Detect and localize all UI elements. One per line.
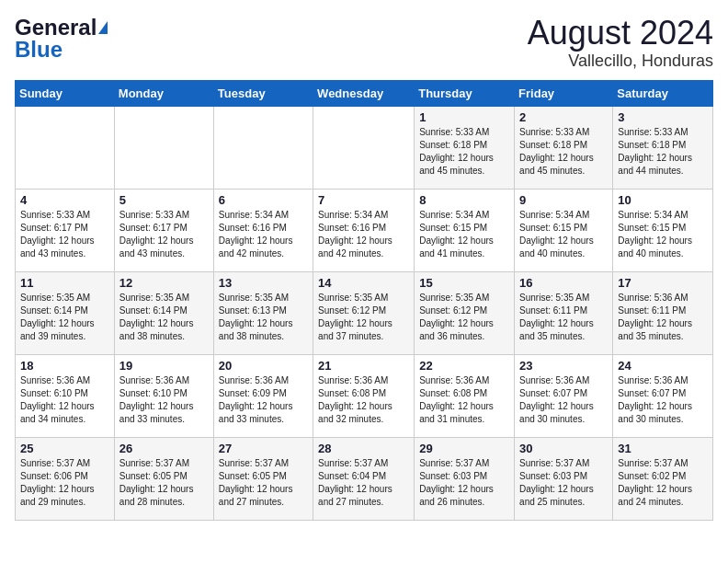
day-number: 21 [318,359,409,373]
day-number: 10 [618,193,708,207]
calendar-cell-w3-d2: 12Sunrise: 5:35 AM Sunset: 6:14 PM Dayli… [114,271,213,354]
day-info: Sunrise: 5:33 AM Sunset: 6:18 PM Dayligh… [618,126,708,178]
day-number: 9 [519,193,608,207]
calendar-cell-w1-d3 [213,106,313,189]
day-info: Sunrise: 5:35 AM Sunset: 6:11 PM Dayligh… [519,292,608,343]
calendar-cell-w1-d4 [313,106,415,189]
day-info: Sunrise: 5:36 AM Sunset: 6:10 PM Dayligh… [119,374,209,426]
calendar-cell-w3-d4: 14Sunrise: 5:35 AM Sunset: 6:12 PM Dayli… [313,271,415,354]
calendar-cell-w5-d6: 30Sunrise: 5:37 AM Sunset: 6:03 PM Dayli… [515,437,613,520]
calendar-cell-w4-d7: 24Sunrise: 5:36 AM Sunset: 6:07 PM Dayli… [613,354,713,437]
day-info: Sunrise: 5:33 AM Sunset: 6:18 PM Dayligh… [519,126,608,178]
day-number: 16 [519,276,608,290]
calendar-cell-w3-d1: 11Sunrise: 5:35 AM Sunset: 6:14 PM Dayli… [16,271,115,354]
day-number: 6 [219,193,308,207]
col-saturday: Saturday [613,80,713,106]
calendar-cell-w1-d1 [16,106,115,189]
day-number: 23 [519,359,608,373]
day-number: 24 [618,359,708,373]
day-number: 8 [419,193,509,207]
day-number: 13 [219,276,308,290]
calendar-cell-w5-d1: 25Sunrise: 5:37 AM Sunset: 6:06 PM Dayli… [16,437,115,520]
day-info: Sunrise: 5:34 AM Sunset: 6:15 PM Dayligh… [618,209,708,260]
day-number: 19 [119,359,209,373]
day-info: Sunrise: 5:37 AM Sunset: 6:05 PM Dayligh… [219,457,308,509]
col-sunday: Sunday [16,80,115,106]
calendar-cell-w2-d1: 4Sunrise: 5:33 AM Sunset: 6:17 PM Daylig… [16,189,115,271]
calendar-cell-w1-d6: 2Sunrise: 5:33 AM Sunset: 6:18 PM Daylig… [515,106,613,189]
day-number: 2 [519,110,608,124]
page-subtitle: Vallecillo, Honduras [528,52,713,71]
day-number: 26 [119,442,209,455]
day-info: Sunrise: 5:37 AM Sunset: 6:02 PM Dayligh… [618,457,708,509]
day-info: Sunrise: 5:33 AM Sunset: 6:18 PM Dayligh… [419,126,509,178]
day-info: Sunrise: 5:33 AM Sunset: 6:17 PM Dayligh… [119,209,209,260]
day-info: Sunrise: 5:35 AM Sunset: 6:14 PM Dayligh… [20,292,109,343]
day-info: Sunrise: 5:37 AM Sunset: 6:06 PM Dayligh… [20,457,109,509]
calendar-week-2: 4Sunrise: 5:33 AM Sunset: 6:17 PM Daylig… [16,189,713,271]
day-number: 14 [318,276,409,290]
day-number: 22 [419,359,509,373]
calendar-cell-w2-d4: 7Sunrise: 5:34 AM Sunset: 6:16 PM Daylig… [313,189,415,271]
calendar-cell-w5-d5: 29Sunrise: 5:37 AM Sunset: 6:03 PM Dayli… [415,437,515,520]
day-number: 18 [20,359,109,373]
calendar-cell-w2-d5: 8Sunrise: 5:34 AM Sunset: 6:15 PM Daylig… [415,189,515,271]
day-number: 17 [618,276,708,290]
day-info: Sunrise: 5:36 AM Sunset: 6:11 PM Dayligh… [618,292,708,343]
day-number: 3 [618,110,708,124]
calendar-cell-w2-d7: 10Sunrise: 5:34 AM Sunset: 6:15 PM Dayli… [613,189,713,271]
day-number: 25 [20,442,109,455]
day-info: Sunrise: 5:37 AM Sunset: 6:04 PM Dayligh… [318,457,409,509]
day-number: 20 [219,359,308,373]
calendar-cell-w3-d3: 13Sunrise: 5:35 AM Sunset: 6:13 PM Dayli… [213,271,313,354]
col-monday: Monday [114,80,213,106]
calendar-cell-w3-d7: 17Sunrise: 5:36 AM Sunset: 6:11 PM Dayli… [613,271,713,354]
day-info: Sunrise: 5:34 AM Sunset: 6:15 PM Dayligh… [519,209,608,260]
day-info: Sunrise: 5:35 AM Sunset: 6:12 PM Dayligh… [419,292,509,343]
calendar-table: Sunday Monday Tuesday Wednesday Thursday… [15,80,713,521]
day-info: Sunrise: 5:36 AM Sunset: 6:07 PM Dayligh… [618,374,708,426]
logo: General Blue [15,15,108,63]
calendar-week-4: 18Sunrise: 5:36 AM Sunset: 6:10 PM Dayli… [16,354,713,437]
calendar-cell-w4-d5: 22Sunrise: 5:36 AM Sunset: 6:08 PM Dayli… [415,354,515,437]
day-info: Sunrise: 5:36 AM Sunset: 6:10 PM Dayligh… [20,374,109,426]
calendar-cell-w4-d4: 21Sunrise: 5:36 AM Sunset: 6:08 PM Dayli… [313,354,415,437]
calendar-week-5: 25Sunrise: 5:37 AM Sunset: 6:06 PM Dayli… [16,437,713,520]
col-friday: Friday [515,80,613,106]
logo-triangle-icon [98,21,108,34]
day-number: 7 [318,193,409,207]
day-info: Sunrise: 5:34 AM Sunset: 6:16 PM Dayligh… [318,209,409,260]
logo-blue: Blue [15,37,63,63]
day-number: 11 [20,276,109,290]
col-thursday: Thursday [415,80,515,106]
day-info: Sunrise: 5:34 AM Sunset: 6:15 PM Dayligh… [419,209,509,260]
page-header: General Blue August 2024 Vallecillo, Hon… [15,15,713,71]
calendar-cell-w5-d7: 31Sunrise: 5:37 AM Sunset: 6:02 PM Dayli… [613,437,713,520]
calendar-header-row: Sunday Monday Tuesday Wednesday Thursday… [16,80,713,106]
day-number: 5 [119,193,209,207]
calendar-cell-w1-d5: 1Sunrise: 5:33 AM Sunset: 6:18 PM Daylig… [415,106,515,189]
day-info: Sunrise: 5:36 AM Sunset: 6:07 PM Dayligh… [519,374,608,426]
calendar-cell-w4-d6: 23Sunrise: 5:36 AM Sunset: 6:07 PM Dayli… [515,354,613,437]
calendar-cell-w4-d1: 18Sunrise: 5:36 AM Sunset: 6:10 PM Dayli… [16,354,115,437]
calendar-cell-w2-d6: 9Sunrise: 5:34 AM Sunset: 6:15 PM Daylig… [515,189,613,271]
day-info: Sunrise: 5:36 AM Sunset: 6:08 PM Dayligh… [318,374,409,426]
day-info: Sunrise: 5:33 AM Sunset: 6:17 PM Dayligh… [20,209,109,260]
page-title: August 2024 [528,15,713,52]
day-info: Sunrise: 5:35 AM Sunset: 6:13 PM Dayligh… [219,292,308,343]
day-number: 28 [318,442,409,455]
day-info: Sunrise: 5:34 AM Sunset: 6:16 PM Dayligh… [219,209,308,260]
day-info: Sunrise: 5:36 AM Sunset: 6:08 PM Dayligh… [419,374,509,426]
day-info: Sunrise: 5:35 AM Sunset: 6:12 PM Dayligh… [318,292,409,343]
calendar-cell-w3-d6: 16Sunrise: 5:35 AM Sunset: 6:11 PM Dayli… [515,271,613,354]
calendar-cell-w1-d7: 3Sunrise: 5:33 AM Sunset: 6:18 PM Daylig… [613,106,713,189]
calendar-week-3: 11Sunrise: 5:35 AM Sunset: 6:14 PM Dayli… [16,271,713,354]
day-info: Sunrise: 5:37 AM Sunset: 6:03 PM Dayligh… [419,457,509,509]
col-wednesday: Wednesday [313,80,415,106]
day-info: Sunrise: 5:36 AM Sunset: 6:09 PM Dayligh… [219,374,308,426]
calendar-cell-w1-d2 [114,106,213,189]
day-info: Sunrise: 5:37 AM Sunset: 6:03 PM Dayligh… [519,457,608,509]
day-number: 12 [119,276,209,290]
day-number: 27 [219,442,308,455]
day-number: 1 [419,110,509,124]
